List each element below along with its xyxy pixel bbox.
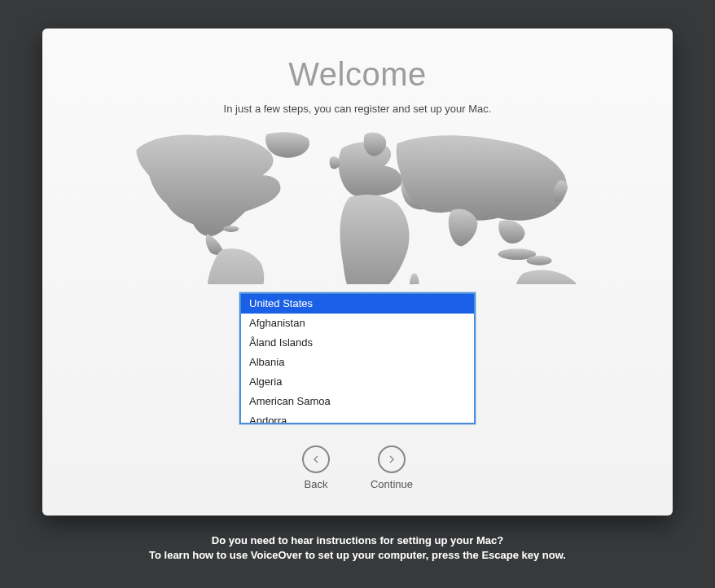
svg-point-2 bbox=[410, 273, 419, 284]
arrow-right-icon bbox=[378, 445, 406, 473]
continue-button[interactable]: Continue bbox=[371, 445, 413, 490]
country-list-item[interactable]: American Samoa bbox=[241, 392, 474, 411]
svg-point-3 bbox=[223, 226, 239, 232]
back-button-label: Back bbox=[305, 478, 328, 490]
voiceover-hint: Do you need to hear instructions for set… bbox=[149, 533, 566, 563]
voiceover-hint-line1: Do you need to hear instructions for set… bbox=[149, 533, 566, 548]
svg-point-1 bbox=[527, 256, 552, 265]
continue-button-label: Continue bbox=[371, 478, 413, 490]
country-list-item[interactable]: Afghanistan bbox=[241, 314, 474, 333]
country-list-item[interactable]: Åland Islands bbox=[241, 333, 474, 353]
country-list[interactable]: United StatesAfghanistanÅland IslandsAlb… bbox=[239, 292, 476, 424]
voiceover-hint-line2: To learn how to use VoiceOver to set up … bbox=[149, 548, 566, 563]
country-list-item[interactable]: Andorra bbox=[241, 411, 474, 424]
page-subtitle: In just a few steps, you can register an… bbox=[224, 103, 492, 115]
arrow-left-icon bbox=[302, 445, 330, 473]
nav-buttons: Back Continue bbox=[302, 445, 413, 490]
country-list-item[interactable]: Albania bbox=[241, 353, 474, 372]
page-title: Welcome bbox=[288, 56, 426, 93]
country-list-item[interactable]: United States bbox=[241, 294, 474, 314]
setup-panel: Welcome In just a few steps, you can reg… bbox=[42, 29, 673, 516]
country-list-item[interactable]: Algeria bbox=[241, 372, 474, 392]
back-button[interactable]: Back bbox=[302, 445, 330, 490]
world-map-icon bbox=[97, 126, 618, 284]
